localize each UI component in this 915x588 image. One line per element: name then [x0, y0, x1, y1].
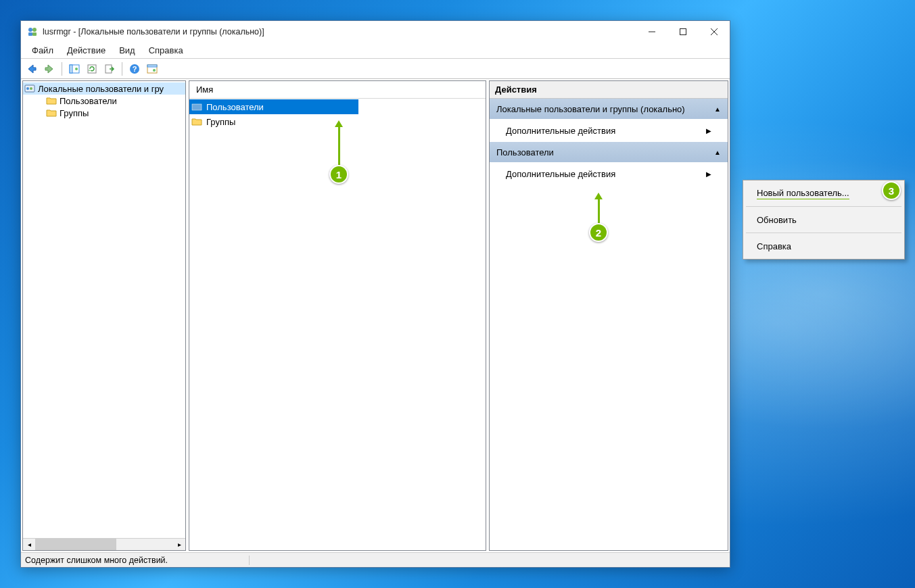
- export-button[interactable]: [101, 61, 118, 77]
- menu-view[interactable]: Вид: [112, 43, 142, 57]
- statusbar-text: Содержит слишком много действий.: [25, 556, 250, 565]
- svg-point-20: [30, 87, 32, 90]
- ctx-refresh[interactable]: Обновить: [745, 209, 903, 230]
- actions-section-users-label: Пользователи: [496, 147, 554, 157]
- folder-icon: [46, 107, 57, 118]
- list-column-header-name[interactable]: Имя: [189, 81, 486, 99]
- tree-node-groups[interactable]: Группы: [23, 107, 185, 119]
- console-root-icon: [24, 83, 35, 94]
- folder-icon: [191, 101, 202, 112]
- toolbar: ?: [21, 59, 730, 79]
- actions-section-users[interactable]: Пользователи ▲: [490, 142, 728, 162]
- collapse-up-icon: ▲: [714, 105, 721, 113]
- close-button[interactable]: [699, 21, 730, 43]
- svg-point-17: [153, 69, 156, 72]
- svg-rect-2: [28, 32, 32, 36]
- svg-point-1: [32, 28, 37, 32]
- svg-rect-11: [88, 65, 96, 73]
- menu-action[interactable]: Действие: [60, 43, 112, 57]
- maximize-button[interactable]: [667, 21, 699, 43]
- annotation-arrow-2: [598, 198, 600, 225]
- ctx-help[interactable]: Справка: [745, 235, 903, 257]
- actions-pane-header: Действия: [490, 81, 728, 99]
- svg-text:?: ?: [133, 65, 137, 73]
- svg-point-19: [26, 87, 29, 90]
- actions-header-label: Действия: [495, 84, 537, 95]
- tree-users-label: Пользователи: [60, 96, 117, 106]
- tree-pane: Локальные пользователи и гру Пользовател…: [22, 80, 186, 551]
- folder-icon: [46, 95, 57, 106]
- minimize-button[interactable]: [636, 21, 667, 43]
- scroll-track[interactable]: [35, 539, 173, 550]
- toolbar-separator: [62, 62, 62, 76]
- ctx-help-label: Справка: [757, 241, 791, 251]
- col-name-label: Имя: [196, 84, 213, 95]
- list-pane: Имя Пользователи Группы: [189, 80, 486, 551]
- back-button[interactable]: [24, 61, 40, 77]
- submenu-right-icon: ▶: [706, 127, 711, 134]
- ctx-separator: [746, 206, 901, 207]
- refresh-button[interactable]: [84, 61, 100, 77]
- horizontal-scrollbar[interactable]: ◂ ▸: [23, 538, 185, 550]
- collapse-up-icon: ▲: [714, 149, 721, 156]
- svg-point-10: [75, 68, 78, 70]
- forward-button[interactable]: [41, 61, 57, 77]
- svg-rect-3: [32, 32, 37, 36]
- app-icon: [26, 26, 39, 38]
- svg-point-0: [28, 28, 32, 32]
- menu-file[interactable]: Файл: [25, 43, 60, 57]
- annotation-arrow-1: [338, 126, 340, 166]
- actions-more-root-label: Дополнительные действия: [506, 126, 615, 136]
- titlebar[interactable]: lusrmgr - [Локальные пользователи и груп…: [21, 21, 730, 43]
- scroll-thumb[interactable]: [35, 539, 116, 550]
- context-menu: Новый пользователь... Обновить Справка: [743, 180, 905, 260]
- actions-pane: Действия Локальные пользователи и группы…: [489, 80, 728, 551]
- folder-icon: [191, 116, 202, 127]
- client-area: Локальные пользователи и гру Пользовател…: [21, 79, 730, 552]
- svg-rect-21: [192, 104, 202, 110]
- actions-section-root-label: Локальные пользователи и группы (локальн…: [496, 104, 685, 114]
- ctx-separator: [746, 232, 901, 233]
- list-users-label: Пользователи: [206, 102, 264, 112]
- actions-more-users[interactable]: Дополнительные действия ▶: [490, 162, 728, 185]
- annotation-marker-2: 2: [589, 223, 608, 242]
- toolbar-separator: [122, 62, 122, 76]
- actions-more-root[interactable]: Дополнительные действия ▶: [490, 119, 728, 142]
- ctx-new-user[interactable]: Новый пользователь...: [745, 182, 903, 204]
- svg-rect-16: [147, 65, 157, 67]
- tree-root-node[interactable]: Локальные пользователи и гру: [23, 82, 185, 95]
- actions-more-users-label: Дополнительные действия: [506, 169, 615, 179]
- annotation-marker-1: 1: [329, 165, 348, 184]
- submenu-right-icon: ▶: [706, 170, 711, 178]
- menu-help[interactable]: Справка: [142, 43, 190, 57]
- list-row-users[interactable]: Пользователи: [189, 99, 358, 114]
- actions-section-root[interactable]: Локальные пользователи и группы (локальн…: [490, 99, 728, 119]
- help-button[interactable]: ?: [126, 61, 143, 77]
- annotation-marker-3: 3: [882, 181, 901, 200]
- window-title: lusrmgr - [Локальные пользователи и груп…: [43, 27, 636, 36]
- svg-rect-5: [680, 29, 686, 35]
- ctx-refresh-label: Обновить: [757, 215, 797, 225]
- menubar: Файл Действие Вид Справка: [21, 43, 730, 59]
- pane-toggle-button[interactable]: [66, 61, 83, 77]
- list-groups-label: Группы: [206, 117, 235, 127]
- tree-root-label: Локальные пользователи и гру: [38, 84, 164, 94]
- tree-groups-label: Группы: [60, 108, 89, 118]
- statusbar: Содержит слишком много действий.: [21, 552, 730, 567]
- tree-node-users[interactable]: Пользователи: [23, 95, 185, 107]
- svg-rect-9: [70, 65, 72, 73]
- tree: Локальные пользователи и гру Пользовател…: [23, 81, 185, 538]
- ctx-new-user-label: Новый пользователь...: [757, 188, 849, 199]
- properties-button[interactable]: [144, 61, 160, 77]
- scroll-left-icon[interactable]: ◂: [23, 539, 35, 550]
- lusrmgr-window: lusrmgr - [Локальные пользователи и груп…: [20, 20, 730, 568]
- scroll-right-icon[interactable]: ▸: [173, 539, 185, 550]
